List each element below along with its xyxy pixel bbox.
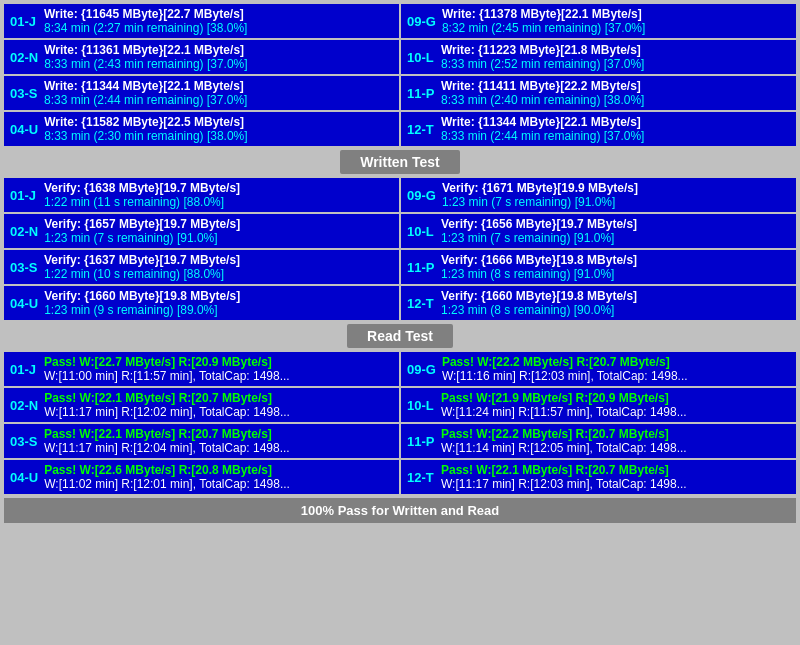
list-item: 10-L Write: {11223 MByte}[21.8 MByte/s] … bbox=[401, 40, 796, 74]
write-test-label: Written Test bbox=[340, 150, 460, 174]
device-info: Write: {11344 MByte}[22.1 MByte/s] 8:33 … bbox=[44, 79, 393, 107]
read-left-col: 01-J Pass! W:[22.7 MByte/s] R:[20.9 MByt… bbox=[4, 352, 399, 494]
device-line2: 8:33 min (2:40 min remaining) [38.0%] bbox=[441, 93, 790, 107]
device-info: Verify: {1657 MByte}[19.7 MByte/s] 1:23 … bbox=[44, 217, 393, 245]
device-line2: 1:22 min (10 s remaining) [88.0%] bbox=[44, 267, 393, 281]
list-item: 12-T Pass! W:[22.1 MByte/s] R:[20.7 MByt… bbox=[401, 460, 796, 494]
device-line2: W:[11:24 min] R:[11:57 min], TotalCap: 1… bbox=[441, 405, 790, 419]
write-section: 01-J Write: {11645 MByte}[22.7 MByte/s] … bbox=[4, 4, 796, 174]
device-info: Write: {11344 MByte}[22.1 MByte/s] 8:33 … bbox=[441, 115, 790, 143]
device-info: Pass! W:[21.9 MByte/s] R:[20.9 MByte/s] … bbox=[441, 391, 790, 419]
device-line2: 1:23 min (7 s remaining) [91.0%] bbox=[441, 231, 790, 245]
device-line1: Write: {11378 MByte}[22.1 MByte/s] bbox=[442, 7, 790, 21]
device-info: Pass! W:[22.6 MByte/s] R:[20.8 MByte/s] … bbox=[44, 463, 393, 491]
device-id: 11-P bbox=[407, 427, 435, 455]
device-line1: Pass! W:[22.1 MByte/s] R:[20.7 MByte/s] bbox=[44, 391, 393, 405]
list-item: 11-P Pass! W:[22.2 MByte/s] R:[20.7 MByt… bbox=[401, 424, 796, 458]
device-line2: 8:33 min (2:52 min remaining) [37.0%] bbox=[441, 57, 790, 71]
device-id: 09-G bbox=[407, 181, 436, 209]
device-line2: 1:23 min (8 s remaining) [90.0%] bbox=[441, 303, 790, 317]
verify-grid: 01-J Verify: {1638 MByte}[19.7 MByte/s] … bbox=[4, 178, 796, 320]
device-id: 10-L bbox=[407, 43, 435, 71]
device-id: 11-P bbox=[407, 253, 435, 281]
device-id: 10-L bbox=[407, 391, 435, 419]
device-info: Write: {11378 MByte}[22.1 MByte/s] 8:32 … bbox=[442, 7, 790, 35]
device-line1: Write: {11344 MByte}[22.1 MByte/s] bbox=[44, 79, 393, 93]
list-item: 11-P Write: {11411 MByte}[22.2 MByte/s] … bbox=[401, 76, 796, 110]
list-item: 12-T Write: {11344 MByte}[22.1 MByte/s] … bbox=[401, 112, 796, 146]
device-line2: W:[11:17 min] R:[12:04 min], TotalCap: 1… bbox=[44, 441, 393, 455]
device-line2: W:[11:16 min] R:[12:03 min], TotalCap: 1… bbox=[442, 369, 790, 383]
device-info: Write: {11223 MByte}[21.8 MByte/s] 8:33 … bbox=[441, 43, 790, 71]
device-line2: W:[11:17 min] R:[12:02 min], TotalCap: 1… bbox=[44, 405, 393, 419]
list-item: 03-S Verify: {1637 MByte}[19.7 MByte/s] … bbox=[4, 250, 399, 284]
device-id: 02-N bbox=[10, 43, 38, 71]
list-item: 10-L Pass! W:[21.9 MByte/s] R:[20.9 MByt… bbox=[401, 388, 796, 422]
write-grid: 01-J Write: {11645 MByte}[22.7 MByte/s] … bbox=[4, 4, 796, 146]
device-line2: 1:23 min (8 s remaining) [91.0%] bbox=[441, 267, 790, 281]
device-id: 12-T bbox=[407, 115, 435, 143]
device-info: Write: {11411 MByte}[22.2 MByte/s] 8:33 … bbox=[441, 79, 790, 107]
list-item: 01-J Write: {11645 MByte}[22.7 MByte/s] … bbox=[4, 4, 399, 38]
device-line1: Write: {11344 MByte}[22.1 MByte/s] bbox=[441, 115, 790, 129]
device-line1: Verify: {1638 MByte}[19.7 MByte/s] bbox=[44, 181, 393, 195]
list-item: 01-J Pass! W:[22.7 MByte/s] R:[20.9 MByt… bbox=[4, 352, 399, 386]
device-id: 11-P bbox=[407, 79, 435, 107]
list-item: 12-T Verify: {1660 MByte}[19.8 MByte/s] … bbox=[401, 286, 796, 320]
device-line2: W:[11:17 min] R:[12:03 min], TotalCap: 1… bbox=[441, 477, 790, 491]
device-id: 01-J bbox=[10, 355, 38, 383]
device-line1: Write: {11223 MByte}[21.8 MByte/s] bbox=[441, 43, 790, 57]
read-label-container: Read Test bbox=[4, 324, 796, 348]
device-id: 02-N bbox=[10, 217, 38, 245]
device-line2: 8:33 min (2:43 min remaining) [37.0%] bbox=[44, 57, 393, 71]
device-line2: 1:23 min (9 s remaining) [89.0%] bbox=[44, 303, 393, 317]
device-line1: Verify: {1671 MByte}[19.9 MByte/s] bbox=[442, 181, 790, 195]
list-item: 10-L Verify: {1656 MByte}[19.7 MByte/s] … bbox=[401, 214, 796, 248]
read-test-label: Read Test bbox=[347, 324, 453, 348]
read-section: 01-J Pass! W:[22.7 MByte/s] R:[20.9 MByt… bbox=[4, 352, 796, 494]
device-line1: Pass! W:[22.7 MByte/s] R:[20.9 MByte/s] bbox=[44, 355, 393, 369]
device-info: Verify: {1671 MByte}[19.9 MByte/s] 1:23 … bbox=[442, 181, 790, 209]
device-id: 12-T bbox=[407, 289, 435, 317]
list-item: 04-U Verify: {1660 MByte}[19.8 MByte/s] … bbox=[4, 286, 399, 320]
device-info: Pass! W:[22.7 MByte/s] R:[20.9 MByte/s] … bbox=[44, 355, 393, 383]
device-id: 02-N bbox=[10, 391, 38, 419]
device-info: Pass! W:[22.1 MByte/s] R:[20.7 MByte/s] … bbox=[44, 427, 393, 455]
device-info: Write: {11645 MByte}[22.7 MByte/s] 8:34 … bbox=[44, 7, 393, 35]
main-container: 01-J Write: {11645 MByte}[22.7 MByte/s] … bbox=[0, 0, 800, 527]
verify-left-col: 01-J Verify: {1638 MByte}[19.7 MByte/s] … bbox=[4, 178, 399, 320]
device-line1: Verify: {1660 MByte}[19.8 MByte/s] bbox=[44, 289, 393, 303]
write-label-container: Written Test bbox=[4, 150, 796, 174]
device-line2: W:[11:00 min] R:[11:57 min], TotalCap: 1… bbox=[44, 369, 393, 383]
device-info: Write: {11361 MByte}[22.1 MByte/s] 8:33 … bbox=[44, 43, 393, 71]
write-right-col: 09-G Write: {11378 MByte}[22.1 MByte/s] … bbox=[401, 4, 796, 146]
device-line1: Pass! W:[22.2 MByte/s] R:[20.7 MByte/s] bbox=[442, 355, 790, 369]
device-id: 01-J bbox=[10, 7, 38, 35]
device-line2: 1:23 min (7 s remaining) [91.0%] bbox=[44, 231, 393, 245]
device-line1: Pass! W:[22.6 MByte/s] R:[20.8 MByte/s] bbox=[44, 463, 393, 477]
device-info: Pass! W:[22.2 MByte/s] R:[20.7 MByte/s] … bbox=[442, 355, 790, 383]
device-line1: Write: {11645 MByte}[22.7 MByte/s] bbox=[44, 7, 393, 21]
device-line2: 8:32 min (2:45 min remaining) [37.0%] bbox=[442, 21, 790, 35]
device-line1: Verify: {1660 MByte}[19.8 MByte/s] bbox=[441, 289, 790, 303]
device-info: Verify: {1637 MByte}[19.7 MByte/s] 1:22 … bbox=[44, 253, 393, 281]
list-item: 09-G Verify: {1671 MByte}[19.9 MByte/s] … bbox=[401, 178, 796, 212]
read-right-col: 09-G Pass! W:[22.2 MByte/s] R:[20.7 MByt… bbox=[401, 352, 796, 494]
device-info: Pass! W:[22.2 MByte/s] R:[20.7 MByte/s] … bbox=[441, 427, 790, 455]
device-id: 04-U bbox=[10, 463, 38, 491]
device-line1: Verify: {1666 MByte}[19.8 MByte/s] bbox=[441, 253, 790, 267]
verify-right-col: 09-G Verify: {1671 MByte}[19.9 MByte/s] … bbox=[401, 178, 796, 320]
device-line1: Verify: {1657 MByte}[19.7 MByte/s] bbox=[44, 217, 393, 231]
device-info: Verify: {1656 MByte}[19.7 MByte/s] 1:23 … bbox=[441, 217, 790, 245]
device-id: 10-L bbox=[407, 217, 435, 245]
list-item: 04-U Pass! W:[22.6 MByte/s] R:[20.8 MByt… bbox=[4, 460, 399, 494]
device-info: Write: {11582 MByte}[22.5 MByte/s] 8:33 … bbox=[44, 115, 393, 143]
verify-section: 01-J Verify: {1638 MByte}[19.7 MByte/s] … bbox=[4, 178, 796, 348]
device-line2: 8:33 min (2:44 min remaining) [37.0%] bbox=[441, 129, 790, 143]
list-item: 09-G Write: {11378 MByte}[22.1 MByte/s] … bbox=[401, 4, 796, 38]
device-line2: 1:23 min (7 s remaining) [91.0%] bbox=[442, 195, 790, 209]
device-line1: Write: {11361 MByte}[22.1 MByte/s] bbox=[44, 43, 393, 57]
device-line1: Pass! W:[22.1 MByte/s] R:[20.7 MByte/s] bbox=[441, 463, 790, 477]
list-item: 11-P Verify: {1666 MByte}[19.8 MByte/s] … bbox=[401, 250, 796, 284]
device-id: 03-S bbox=[10, 79, 38, 107]
